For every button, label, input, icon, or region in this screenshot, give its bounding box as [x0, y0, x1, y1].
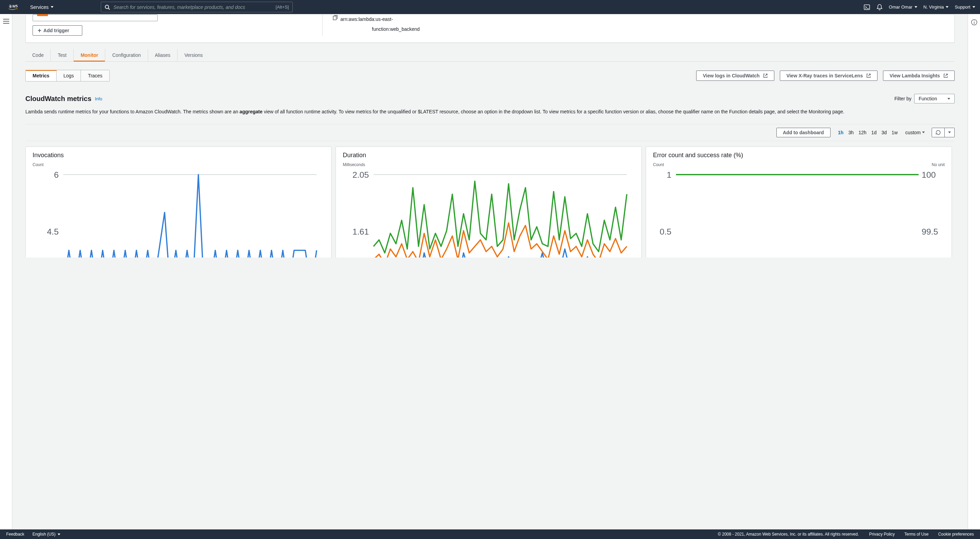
add-trigger-label: Add trigger	[43, 28, 69, 33]
left-rail	[0, 14, 12, 529]
range-1h[interactable]: 1h	[838, 130, 843, 135]
tab-test[interactable]: Test	[50, 49, 73, 61]
svg-text:99.5: 99.5	[922, 227, 938, 236]
notifications-icon[interactable]	[877, 4, 883, 11]
filter-by-value: Function	[919, 96, 937, 101]
cloudshell-icon[interactable]	[864, 4, 870, 11]
caret-down-icon	[57, 534, 60, 535]
caret-down-icon	[946, 6, 948, 8]
function-arn: arn:aws:lambda:us-east- function:web_bac…	[340, 14, 420, 35]
svg-text:2.05: 2.05	[352, 170, 369, 179]
monitor-subtabs: Metrics Logs Traces	[25, 70, 110, 81]
caret-down-icon	[922, 132, 925, 133]
subtab-metrics[interactable]: Metrics	[26, 70, 56, 81]
aws-logo[interactable]	[5, 4, 20, 10]
region-menu[interactable]: N. Virginia	[923, 5, 949, 10]
svg-text:100: 100	[922, 170, 936, 179]
add-trigger-button[interactable]: + Add trigger	[33, 25, 82, 36]
tab-code[interactable]: Code	[25, 49, 50, 61]
region-name: N. Virginia	[923, 5, 944, 10]
caret-down-icon	[972, 6, 975, 8]
refresh-options-button[interactable]	[944, 128, 954, 137]
support-menu[interactable]: Support	[955, 5, 975, 10]
global-nav: Services [Alt+S] Omar Omar N. Virginia S…	[0, 0, 980, 14]
svg-text:0.5: 0.5	[660, 227, 671, 236]
right-rail	[968, 14, 980, 529]
function-tabs: Code Test Monitor Configuration Aliases …	[25, 49, 955, 62]
services-label: Services	[30, 5, 49, 10]
range-1d[interactable]: 1d	[871, 130, 877, 135]
range-12h[interactable]: 12h	[858, 130, 866, 135]
view-xray-button[interactable]: View X-Ray traces in ServiceLens	[780, 71, 878, 81]
filter-by-dropdown[interactable]: Function	[914, 94, 955, 103]
cookie-preferences-link[interactable]: Cookie preferences	[938, 532, 974, 537]
chart-invocations: Invocations Count 64.5302:3002:4503:0003…	[25, 147, 331, 257]
external-link-icon	[943, 73, 948, 78]
range-3d[interactable]: 3d	[881, 130, 887, 135]
svg-line-1	[108, 8, 110, 10]
svg-text:4.5: 4.5	[47, 227, 59, 236]
chart-toolbar: Add to dashboard 1h 3h 12h 1d 3d 1w cust…	[25, 124, 955, 141]
external-link-icon	[763, 73, 768, 78]
subtab-traces[interactable]: Traces	[81, 70, 109, 81]
search-shortcut-hint: [Alt+S]	[275, 5, 289, 10]
info-link[interactable]: Info	[95, 96, 102, 101]
trigger-box[interactable]	[33, 14, 158, 21]
copy-icon[interactable]	[332, 15, 337, 22]
search-icon	[105, 5, 110, 10]
chart-unit-left: Count	[653, 162, 664, 167]
services-menu[interactable]: Services	[27, 5, 56, 10]
nav-right: Omar Omar N. Virginia Support	[864, 4, 975, 11]
chart-title: Invocations	[33, 152, 324, 159]
tab-monitor[interactable]: Monitor	[73, 49, 105, 61]
range-1w[interactable]: 1w	[892, 130, 898, 135]
info-panel-icon[interactable]	[971, 19, 978, 529]
range-custom[interactable]: custom	[905, 130, 925, 135]
charts-grid: Invocations Count 64.5302:3002:4503:0003…	[25, 144, 952, 257]
svg-rect-2	[864, 5, 870, 10]
range-3h[interactable]: 3h	[848, 130, 854, 135]
plus-icon: +	[38, 27, 41, 33]
account-menu[interactable]: Omar Omar	[889, 5, 917, 10]
svg-point-35	[974, 21, 975, 21]
language-menu[interactable]: English (US)	[33, 532, 60, 537]
view-lambda-insights-button[interactable]: View Lambda Insights	[883, 71, 955, 81]
tab-versions[interactable]: Versions	[177, 49, 210, 61]
search-input[interactable]	[110, 5, 275, 10]
add-to-dashboard-button[interactable]: Add to dashboard	[776, 128, 830, 137]
caret-down-icon	[51, 6, 54, 8]
refresh-icon	[935, 130, 941, 135]
cloudwatch-description: Lambda sends runtime metrics for your fu…	[25, 108, 955, 116]
svg-text:1: 1	[667, 170, 671, 179]
cloudwatch-title: CloudWatch metrics	[25, 95, 92, 103]
tab-aliases[interactable]: Aliases	[148, 49, 177, 61]
view-logs-cloudwatch-button[interactable]: View logs in CloudWatch	[696, 71, 774, 81]
chart-plot: 64.5302:3002:4503:0003:15	[33, 168, 324, 257]
svg-point-0	[105, 5, 109, 9]
chart-unit: Count	[33, 162, 324, 167]
refresh-button[interactable]	[932, 128, 944, 137]
chart-title: Duration	[343, 152, 635, 159]
subtab-logs[interactable]: Logs	[56, 70, 81, 81]
main-scroll[interactable]: + Add trigger arn:aws:lambda:us-east- fu…	[12, 14, 968, 529]
privacy-link[interactable]: Privacy Policy	[869, 532, 895, 537]
chart-errors: Error count and success rate (%) Count N…	[646, 147, 952, 257]
hamburger-icon[interactable]	[3, 19, 9, 529]
chart-duration: Duration Milliseconds 2.051.611.1802:300…	[336, 147, 642, 257]
svg-rect-3	[333, 16, 336, 20]
chart-plot: 10.5010099.59902:3002:4503:0003:15	[653, 168, 945, 257]
global-search[interactable]: [Alt+S]	[101, 2, 293, 12]
refresh-group	[932, 128, 955, 137]
terms-link[interactable]: Terms of Use	[904, 532, 929, 537]
chart-plot: 2.051.611.1802:3002:4503:0003:15	[343, 168, 635, 257]
tab-configuration[interactable]: Configuration	[105, 49, 147, 61]
charts-scroll[interactable]: Invocations Count 64.5302:3002:4503:0003…	[25, 144, 955, 257]
external-link-icon	[866, 73, 871, 78]
caret-down-icon	[948, 132, 951, 133]
cloudwatch-header: CloudWatch metrics Info Filter by Functi…	[25, 94, 955, 103]
caret-down-icon	[915, 6, 917, 8]
copyright: © 2008 - 2021, Amazon Web Services, Inc.…	[718, 532, 859, 537]
feedback-link[interactable]: Feedback	[6, 532, 24, 537]
chart-title: Error count and success rate (%)	[653, 152, 945, 159]
footer: Feedback English (US) © 2008 - 2021, Ama…	[0, 529, 980, 539]
